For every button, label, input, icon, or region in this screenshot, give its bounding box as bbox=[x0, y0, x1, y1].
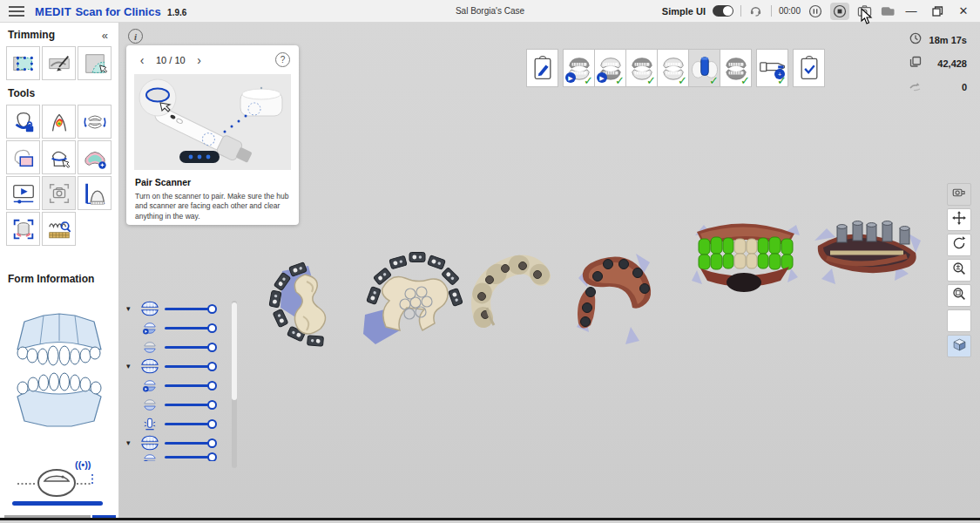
sidebar-collapse-icon[interactable]: « bbox=[102, 29, 108, 42]
play-badge-icon: ▶ bbox=[565, 72, 576, 83]
denture-scan-tool-button[interactable] bbox=[78, 140, 112, 174]
jaw-lg-icon bbox=[139, 300, 161, 317]
zoom-region-button[interactable] bbox=[947, 284, 971, 307]
tooth-lock-tool-button[interactable] bbox=[6, 105, 40, 139]
guide-step-title: Pair Scanner bbox=[126, 170, 299, 187]
guide-prev-button[interactable]: ‹ bbox=[135, 53, 149, 67]
scan-time-value: 18m 17s bbox=[927, 35, 967, 45]
jaw-lg-icon bbox=[139, 357, 161, 375]
guide-next-button[interactable]: › bbox=[193, 53, 206, 67]
opacity-slider[interactable] bbox=[165, 304, 215, 314]
model-histogram-tool-button[interactable] bbox=[78, 176, 112, 210]
app-name-rest: Scan for Clinics bbox=[75, 5, 160, 18]
screenshot-camera-icon[interactable] bbox=[856, 3, 872, 19]
data-count-value: 42,428 bbox=[927, 58, 967, 69]
workflow-step-9-clipboard-check[interactable] bbox=[793, 49, 825, 87]
info-icon[interactable]: i bbox=[128, 29, 143, 44]
crop-model-tool-button[interactable] bbox=[6, 212, 40, 246]
form-information-title: Form Information bbox=[0, 266, 94, 289]
opacity-slider[interactable] bbox=[165, 343, 215, 352]
check-icon: ✓ bbox=[709, 74, 719, 87]
pan-icon bbox=[951, 210, 967, 229]
workflow-step-7-jaw-dark-both[interactable]: ✓ bbox=[720, 49, 752, 87]
scan-model-6[interactable] bbox=[806, 207, 928, 289]
capture-view-icon bbox=[46, 180, 72, 207]
overlay-compare-icon bbox=[10, 145, 37, 171]
slider-scrollbar-thumb[interactable] bbox=[232, 302, 237, 400]
scan-model-4[interactable] bbox=[568, 238, 664, 350]
group-expander-icon[interactable]: ▾ bbox=[126, 362, 139, 370]
simple-ui-label: Simple UI bbox=[662, 6, 706, 17]
tooth-measure-tool-button[interactable] bbox=[42, 140, 76, 174]
jaw-plain-icon bbox=[139, 340, 161, 355]
workflow-step-5-jaw-light[interactable]: ✓ bbox=[657, 49, 689, 87]
close-button[interactable]: ✕ bbox=[954, 3, 973, 19]
trim-brush-tool-button[interactable] bbox=[42, 46, 76, 80]
opacity-slider[interactable] bbox=[165, 419, 215, 429]
display-capture-icon[interactable] bbox=[879, 3, 895, 19]
opacity-slider[interactable] bbox=[165, 452, 215, 461]
support-headset-icon[interactable] bbox=[748, 3, 764, 19]
maximize-button[interactable] bbox=[928, 3, 947, 19]
workflow-step-6-scanbody[interactable]: ✓ bbox=[688, 49, 720, 87]
video-tutorial-tool-button[interactable] bbox=[6, 176, 40, 210]
zoom-button[interactable] bbox=[947, 259, 971, 282]
svg-text:((•)): ((•)) bbox=[75, 459, 91, 470]
check-icon: ✓ bbox=[646, 74, 656, 87]
view-cube-button[interactable] bbox=[947, 335, 971, 357]
pair-scanner-illustration bbox=[134, 74, 291, 170]
jaw-lg-icon bbox=[139, 434, 161, 452]
left-sidebar: Trimming « Tools Form Information bbox=[0, 22, 119, 518]
tooth-color-icon bbox=[46, 109, 72, 135]
flip-count-value: 0 bbox=[927, 82, 967, 92]
tooth-color-tool-button[interactable] bbox=[42, 105, 76, 139]
minimize-button[interactable]: — bbox=[902, 3, 921, 19]
workflow-step-4-jaw-dark-top[interactable]: ✓ bbox=[625, 49, 658, 87]
opacity-slider[interactable] bbox=[165, 400, 215, 410]
opacity-slider[interactable] bbox=[165, 438, 215, 448]
workflow-step-3-jaw-dark-bottom[interactable]: ▶✓ bbox=[594, 49, 626, 87]
pan-button[interactable] bbox=[947, 208, 971, 231]
trim-corner-icon bbox=[82, 51, 108, 77]
view-toolbar bbox=[947, 183, 971, 357]
opacity-slider[interactable] bbox=[165, 362, 215, 371]
visibility-slider-row-2 bbox=[126, 318, 241, 337]
visibility-slider-row-7 bbox=[126, 414, 241, 433]
teeth-inspect-tool-button[interactable] bbox=[42, 212, 76, 246]
trim-polygon-tool-button[interactable] bbox=[6, 46, 40, 80]
overlay-compare-tool-button[interactable] bbox=[6, 140, 40, 174]
trim-corner-tool-button[interactable] bbox=[78, 46, 112, 80]
simple-ui-toggle[interactable] bbox=[713, 5, 733, 17]
opacity-slider[interactable] bbox=[165, 323, 215, 333]
record-stop-button[interactable] bbox=[830, 3, 849, 20]
capture-view-tool-button[interactable] bbox=[42, 176, 76, 210]
trimming-tools bbox=[0, 44, 116, 80]
slider-scrollbar[interactable] bbox=[232, 301, 237, 468]
guide-pagination: 10 / 10 bbox=[156, 55, 186, 65]
bite-articulation-tool-button[interactable] bbox=[78, 105, 112, 139]
group-expander-icon[interactable]: ▾ bbox=[126, 304, 139, 313]
check-icon: ✓ bbox=[615, 74, 625, 87]
visibility-slider-row-1: ▾ bbox=[126, 299, 241, 318]
scan-viewport[interactable]: i ‹ 10 / 10 › ? bbox=[119, 22, 980, 518]
tools-grid bbox=[0, 103, 116, 246]
group-expander-icon[interactable]: ▾ bbox=[126, 438, 139, 447]
workflow-step-8-scanner-align[interactable]: +✓ bbox=[756, 49, 788, 87]
screen-capture-button[interactable] bbox=[947, 183, 971, 206]
guide-help-button[interactable]: ? bbox=[275, 52, 290, 67]
scan-model-5[interactable] bbox=[688, 209, 801, 300]
pause-button[interactable] bbox=[808, 3, 823, 19]
workflow-step-2-jaw-dark-top[interactable]: ▶✓ bbox=[563, 49, 595, 87]
medit-scan-window: MEDIT Scan for Clinics 1.9.6 Sal Borgia'… bbox=[0, 0, 980, 523]
color-wheel-button[interactable] bbox=[947, 309, 971, 332]
zoom-region-icon bbox=[951, 286, 967, 305]
opacity-slider[interactable] bbox=[165, 381, 215, 391]
menu-icon[interactable] bbox=[9, 6, 24, 17]
scan-model-2[interactable] bbox=[353, 247, 466, 355]
scan-model-3[interactable] bbox=[468, 248, 551, 343]
titlebar: MEDIT Scan for Clinics 1.9.6 Sal Borgia'… bbox=[0, 0, 980, 23]
scan-model-1[interactable] bbox=[263, 255, 350, 357]
rotate-button[interactable] bbox=[947, 234, 971, 256]
tooth-measure-icon bbox=[46, 145, 72, 171]
workflow-step-1-clipboard-edit[interactable] bbox=[526, 49, 558, 87]
